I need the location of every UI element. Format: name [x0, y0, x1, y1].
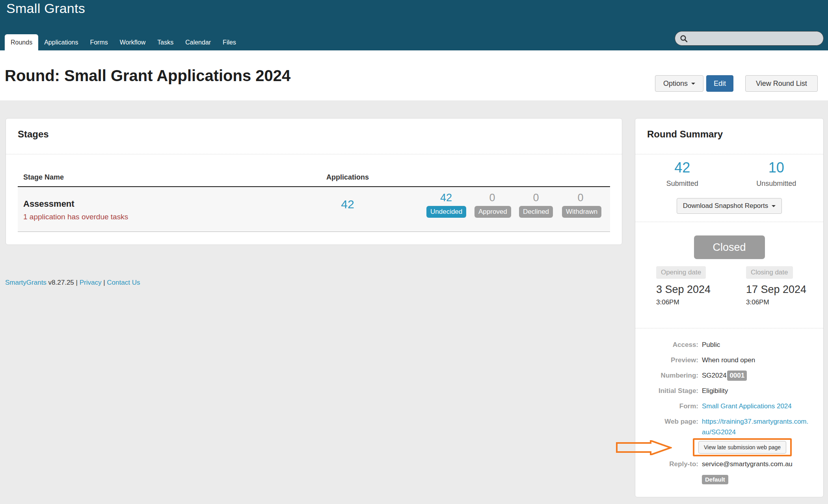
contact-us-link[interactable]: Contact Us: [107, 279, 140, 286]
status-declined[interactable]: 0 Declined: [519, 187, 553, 232]
app-title: Small Grants: [6, 1, 85, 16]
tab-applications[interactable]: Applications: [38, 34, 84, 50]
footer: SmartyGrants v8.27.25 | Privacy | Contac…: [5, 279, 140, 287]
column-header-spacer: [379, 173, 610, 182]
submitted-count[interactable]: 42: [635, 160, 729, 176]
detail-row-form: Form: Small Grant Applications 2024: [647, 401, 811, 412]
smartygrants-link[interactable]: SmartyGrants: [5, 279, 47, 286]
search-icon: [680, 35, 688, 43]
preview-value: When round open: [702, 355, 755, 366]
status-declined-badge: Declined: [519, 206, 553, 218]
stages-panel: Stages Stage Name Applications Assessmen…: [6, 118, 622, 245]
view-round-list-label: View Round List: [756, 80, 807, 88]
tab-workflow[interactable]: Workflow: [114, 34, 152, 50]
search-input[interactable]: [691, 35, 819, 42]
chevron-down-icon: [772, 205, 776, 207]
status-declined-count: 0: [519, 193, 553, 203]
numbering-value: SG20240001: [702, 370, 747, 381]
submitted-label: Submitted: [635, 180, 729, 188]
status-columns: 42 Undecided 0 Approved 0 Declined 0 Wit…: [426, 187, 610, 232]
search-box[interactable]: [675, 31, 824, 46]
detail-row-web-page: Web page: https://training37.smartygrant…: [647, 416, 811, 437]
status-approved-count: 0: [474, 193, 510, 203]
opening-time-value: 3:06PM: [656, 298, 746, 306]
web-page-label: Web page:: [647, 416, 698, 437]
status-withdrawn[interactable]: 0 Withdrawn: [562, 187, 599, 232]
initial-stage-value: Eligibility: [702, 385, 728, 397]
closing-date-value: 17 Sep 2024: [746, 284, 823, 296]
version-text: v8.27.25: [48, 279, 74, 286]
opening-date-label: Opening date: [656, 266, 706, 279]
status-approved-badge: Approved: [474, 206, 511, 218]
stages-table-header: Stage Name Applications: [18, 154, 610, 187]
closing-time-value: 3:06PM: [746, 298, 823, 306]
view-round-list-button[interactable]: View Round List: [745, 75, 818, 92]
access-label: Access:: [647, 339, 698, 350]
opening-date-block: Opening date 3 Sep 2024 3:06PM: [656, 266, 746, 306]
page: Small Grants Rounds Applications Forms W…: [0, 0, 828, 504]
round-status-badge: Closed: [694, 235, 765, 259]
closing-date-label: Closing date: [746, 266, 793, 279]
unsubmitted-stat: 10 Unsubmitted: [729, 160, 824, 188]
detail-row-initial-stage: Initial Stage: Eligibility: [647, 385, 811, 397]
divider: [635, 222, 823, 222]
applications-count[interactable]: 42: [316, 198, 379, 211]
privacy-link[interactable]: Privacy: [80, 279, 102, 286]
column-header-applications: Applications: [316, 173, 379, 182]
chevron-down-icon: [691, 83, 695, 85]
tab-tasks[interactable]: Tasks: [151, 34, 179, 50]
options-button[interactable]: Options: [655, 75, 703, 92]
view-late-submission-web-page-button[interactable]: View late submission web page: [698, 441, 786, 454]
page-title: Round: Small Grant Applications 2024: [5, 67, 290, 85]
form-label: Form:: [647, 401, 698, 412]
nav-tabs: Rounds Applications Forms Workflow Tasks…: [5, 34, 242, 50]
status-undecided-badge: Undecided: [426, 206, 466, 218]
stages-table: Stage Name Applications Assessment 1 app…: [18, 154, 610, 232]
stage-name[interactable]: Assessment: [23, 199, 316, 209]
submitted-stat: 42 Submitted: [635, 160, 729, 188]
top-bar: Small Grants Rounds Applications Forms W…: [0, 0, 828, 50]
edit-button-label: Edit: [714, 80, 726, 88]
reply-to-value: service@smartygrants.com.au: [702, 459, 793, 470]
opening-date-value: 3 Sep 2024: [656, 284, 746, 296]
separator: |: [103, 279, 105, 286]
round-summary-heading: Round Summary: [647, 129, 811, 142]
form-link[interactable]: Small Grant Applications 2024: [702, 402, 792, 410]
web-page-link[interactable]: https://training37.smartygrants.com.au/S…: [702, 418, 808, 436]
closing-date-block: Closing date 17 Sep 2024 3:06PM: [746, 266, 823, 306]
status-undecided[interactable]: 42 Undecided: [426, 187, 466, 232]
applications-count-cell: 42: [316, 187, 379, 232]
initial-stage-label: Initial Stage:: [647, 385, 698, 397]
stage-overdue-warning: 1 application has overdue tasks: [23, 213, 316, 221]
detail-row-reply-to-default: Default: [647, 474, 811, 485]
tab-calendar[interactable]: Calendar: [179, 34, 217, 50]
round-toolbar: Options Edit View Round List: [655, 75, 818, 92]
status-undecided-count: 42: [426, 193, 466, 203]
round-details: Access: Public Preview: When round open …: [635, 328, 823, 485]
access-value: Public: [702, 339, 720, 350]
numbering-prefix: SG2024: [702, 372, 726, 379]
annotation-highlight-box: View late submission web page: [693, 438, 792, 456]
annotation-arrow-icon: [616, 440, 672, 455]
submission-stats: 42 Submitted 10 Unsubmitted: [635, 154, 823, 188]
download-snapshot-reports-label: Download Snapshot Reports: [683, 202, 768, 210]
round-summary-panel: Round Summary 42 Submitted 10 Unsubmitte…: [635, 118, 824, 497]
tab-files[interactable]: Files: [217, 34, 242, 50]
stage-cell: Assessment 1 application has overdue tas…: [18, 187, 316, 232]
edit-button[interactable]: Edit: [706, 75, 733, 92]
detail-row-late-submission: View late submission web page: [647, 438, 811, 456]
detail-row-access: Access: Public: [647, 339, 811, 350]
round-dates: Opening date 3 Sep 2024 3:06PM Closing d…: [656, 266, 823, 306]
detail-row-numbering: Numbering: SG20240001: [647, 370, 811, 381]
table-row: Assessment 1 application has overdue tas…: [18, 187, 610, 232]
numbering-badge: 0001: [727, 371, 747, 381]
unsubmitted-count[interactable]: 10: [729, 160, 824, 176]
status-approved[interactable]: 0 Approved: [474, 187, 510, 232]
tab-forms[interactable]: Forms: [84, 34, 114, 50]
preview-label: Preview:: [647, 355, 698, 366]
detail-row-preview: Preview: When round open: [647, 355, 811, 366]
numbering-label: Numbering:: [647, 370, 698, 381]
download-snapshot-reports-button[interactable]: Download Snapshot Reports: [677, 198, 782, 214]
reply-to-label: Reply-to:: [647, 459, 698, 470]
tab-rounds[interactable]: Rounds: [5, 34, 38, 50]
